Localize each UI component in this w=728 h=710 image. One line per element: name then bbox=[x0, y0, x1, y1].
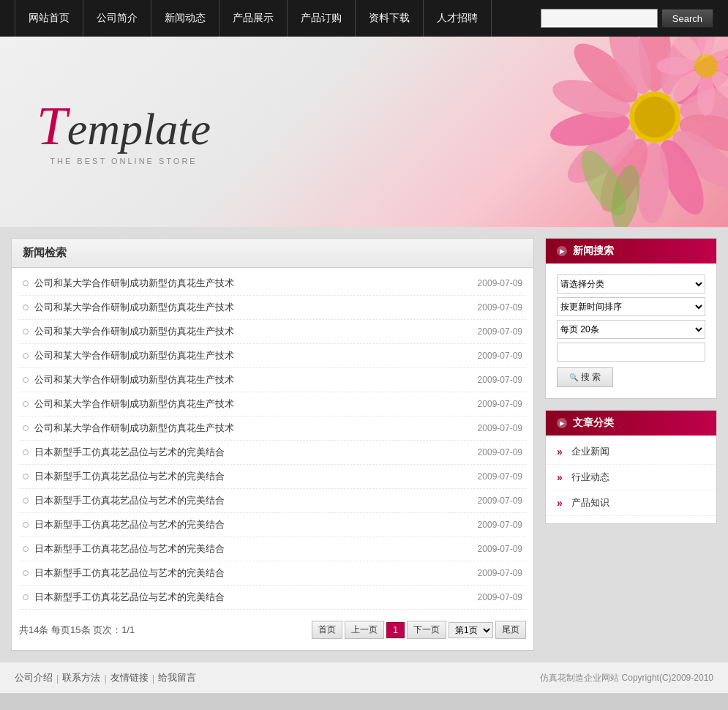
bullet-icon bbox=[23, 474, 29, 479]
news-date: 2009-07-09 bbox=[478, 351, 522, 361]
logo-t: T bbox=[37, 95, 67, 156]
news-item[interactable]: 公司和某大学合作研制成功新型仿真花生产技术 2009-07-09 bbox=[19, 296, 526, 320]
news-date: 2009-07-09 bbox=[478, 496, 522, 506]
news-item[interactable]: 公司和某大学合作研制成功新型仿真花生产技术 2009-07-09 bbox=[19, 344, 526, 368]
news-date: 2009-07-09 bbox=[478, 423, 522, 433]
news-item[interactable]: 公司和某大学合作研制成功新型仿真花生产技术 2009-07-09 bbox=[19, 368, 526, 392]
news-date: 2009-07-09 bbox=[478, 520, 522, 530]
arrow-icon: » bbox=[557, 471, 563, 483]
category-item[interactable]: »企业新闻 bbox=[546, 439, 716, 465]
footer-links: 公司介绍 | 联系方法 | 友情链接 | 给我留言 bbox=[15, 671, 196, 684]
news-title: 公司和某大学合作研制成功新型仿真花生产技术 bbox=[34, 397, 470, 411]
category-item[interactable]: »行业动态 bbox=[546, 465, 716, 490]
bullet-icon bbox=[23, 401, 29, 407]
sort-select[interactable]: 按更新时间排序 bbox=[557, 297, 705, 316]
news-item[interactable]: 日本新型手工仿真花艺品位与艺术的完美结合 2009-07-09 bbox=[19, 465, 526, 489]
news-title: 公司和某大学合作研制成功新型仿真花生产技术 bbox=[34, 277, 470, 290]
page-jump-select[interactable]: 第1页 bbox=[449, 622, 493, 638]
banner-logo: Template THE BEST ONLINE STORE bbox=[37, 98, 211, 165]
category-list: »企业新闻»行业动态»产品知识 bbox=[546, 436, 716, 523]
news-item[interactable]: 日本新型手工仿真花艺品位与艺术的完美结合 2009-07-09 bbox=[19, 441, 526, 465]
news-title: 日本新型手工仿真花艺品位与艺术的完美结合 bbox=[34, 567, 470, 580]
news-title: 公司和某大学合作研制成功新型仿真花生产技术 bbox=[34, 349, 470, 362]
svg-point-24 bbox=[694, 54, 718, 78]
nav-item-about[interactable]: 公司简介 bbox=[83, 0, 151, 37]
nav-item-products[interactable]: 产品展示 bbox=[219, 0, 288, 37]
news-item[interactable]: 日本新型手工仿真花艺品位与艺术的完美结合 2009-07-09 bbox=[19, 513, 526, 537]
bullet-icon bbox=[23, 329, 29, 335]
page-button[interactable]: 下一页 bbox=[407, 621, 446, 639]
nav-item-home[interactable]: 网站首页 bbox=[15, 0, 83, 37]
sidebar-search-title: ▶ 新闻搜索 bbox=[546, 239, 716, 264]
bullet-icon bbox=[23, 353, 29, 359]
top-search-button[interactable]: Search bbox=[661, 9, 713, 28]
search-form: 请选择分类 按更新时间排序 每页 20条 🔍 搜 索 bbox=[546, 264, 716, 398]
page-button[interactable]: 上一页 bbox=[345, 621, 384, 639]
footer-separator: | bbox=[104, 673, 106, 684]
news-title: 公司和某大学合作研制成功新型仿真花生产技术 bbox=[34, 301, 470, 314]
page-button[interactable]: 首页 bbox=[312, 621, 342, 639]
bullet-icon bbox=[23, 522, 29, 528]
news-item[interactable]: 公司和某大学合作研制成功新型仿真花生产技术 2009-07-09 bbox=[19, 320, 526, 344]
top-navigation: 网站首页 公司简介 新闻动态 产品展示 产品订购 资料下载 人才招聘 Searc… bbox=[0, 0, 728, 37]
news-date: 2009-07-09 bbox=[478, 592, 522, 602]
footer-link[interactable]: 给我留言 bbox=[158, 671, 196, 684]
news-date: 2009-07-09 bbox=[478, 326, 522, 337]
bullet-icon bbox=[23, 377, 29, 383]
sidebar-search-card: ▶ 新闻搜索 请选择分类 按更新时间排序 每页 20条 🔍 搜 索 bbox=[545, 238, 717, 399]
arrow-icon: » bbox=[557, 497, 563, 509]
play-icon-2: ▶ bbox=[557, 418, 567, 428]
bullet-icon bbox=[23, 304, 29, 310]
news-item[interactable]: 日本新型手工仿真花艺品位与艺术的完美结合 2009-07-09 bbox=[19, 489, 526, 513]
news-date: 2009-07-09 bbox=[478, 447, 522, 457]
news-date: 2009-07-09 bbox=[478, 568, 522, 578]
page-info: 共14条 每页15条 页次：1/1 bbox=[19, 624, 135, 637]
bullet-icon bbox=[23, 280, 29, 286]
svg-point-15 bbox=[634, 97, 675, 138]
news-item[interactable]: 公司和某大学合作研制成功新型仿真花生产技术 2009-07-09 bbox=[19, 392, 526, 416]
category-label: 行业动态 bbox=[571, 471, 609, 484]
logo-text: Template bbox=[37, 98, 211, 153]
bullet-icon bbox=[23, 498, 29, 504]
sidebar-category-card: ▶ 文章分类 »企业新闻»行业动态»产品知识 bbox=[545, 410, 717, 524]
nav-item-download[interactable]: 资料下载 bbox=[356, 0, 424, 37]
news-list: 公司和某大学合作研制成功新型仿真花生产技术 2009-07-09 公司和某大学合… bbox=[12, 268, 533, 613]
news-date: 2009-07-09 bbox=[478, 375, 522, 385]
top-search-input[interactable] bbox=[541, 9, 658, 28]
footer-link[interactable]: 友情链接 bbox=[110, 671, 149, 684]
footer: 公司介绍 | 联系方法 | 友情链接 | 给我留言 仿真花制造企业网站 Copy… bbox=[0, 662, 728, 693]
perpage-select[interactable]: 每页 20条 bbox=[557, 320, 705, 339]
news-item[interactable]: 公司和某大学合作研制成功新型仿真花生产技术 2009-07-09 bbox=[19, 272, 526, 296]
news-item[interactable]: 日本新型手工仿真花艺品位与艺术的完美结合 2009-07-09 bbox=[19, 561, 526, 586]
footer-link[interactable]: 联系方法 bbox=[62, 671, 100, 684]
news-title: 日本新型手工仿真花艺品位与艺术的完美结合 bbox=[34, 518, 470, 531]
news-item[interactable]: 公司和某大学合作研制成功新型仿真花生产技术 2009-07-09 bbox=[19, 416, 526, 441]
news-item[interactable]: 日本新型手工仿真花艺品位与艺术的完美结合 2009-07-09 bbox=[19, 586, 526, 610]
bullet-icon bbox=[23, 449, 29, 455]
news-title: 公司和某大学合作研制成功新型仿真花生产技术 bbox=[34, 325, 470, 338]
search-submit-button[interactable]: 🔍 搜 索 bbox=[557, 367, 613, 387]
category-item[interactable]: »产品知识 bbox=[546, 490, 716, 516]
category-select[interactable]: 请选择分类 bbox=[557, 274, 705, 294]
news-title: 日本新型手工仿真花艺品位与艺术的完美结合 bbox=[34, 446, 470, 459]
page-button[interactable]: 1 bbox=[386, 622, 405, 638]
news-title: 公司和某大学合作研制成功新型仿真花生产技术 bbox=[34, 373, 470, 386]
nav-item-order[interactable]: 产品订购 bbox=[288, 0, 356, 37]
news-date: 2009-07-09 bbox=[478, 278, 522, 288]
arrow-icon: » bbox=[557, 446, 563, 457]
nav-item-jobs[interactable]: 人才招聘 bbox=[424, 0, 492, 37]
content-panel: 新闻检索 公司和某大学合作研制成功新型仿真花生产技术 2009-07-09 公司… bbox=[11, 238, 534, 651]
footer-separator: | bbox=[56, 673, 59, 684]
search-keyword-input[interactable] bbox=[557, 343, 705, 362]
footer-copyright: 仿真花制造企业网站 Copyright(C)2009-2010 bbox=[540, 672, 713, 684]
nav-item-news[interactable]: 新闻动态 bbox=[151, 0, 219, 37]
news-date: 2009-07-09 bbox=[478, 471, 522, 482]
news-item[interactable]: 日本新型手工仿真花艺品位与艺术的完美结合 2009-07-09 bbox=[19, 537, 526, 561]
page-button[interactable]: 尾页 bbox=[495, 621, 526, 639]
news-date: 2009-07-09 bbox=[478, 544, 522, 554]
news-title: 公司和某大学合作研制成功新型仿真花生产技术 bbox=[34, 422, 470, 435]
category-label: 产品知识 bbox=[571, 496, 609, 509]
footer-link[interactable]: 公司介绍 bbox=[15, 671, 53, 684]
panel-title: 新闻检索 bbox=[12, 239, 533, 268]
banner: Template THE BEST ONLINE STORE bbox=[0, 37, 728, 227]
